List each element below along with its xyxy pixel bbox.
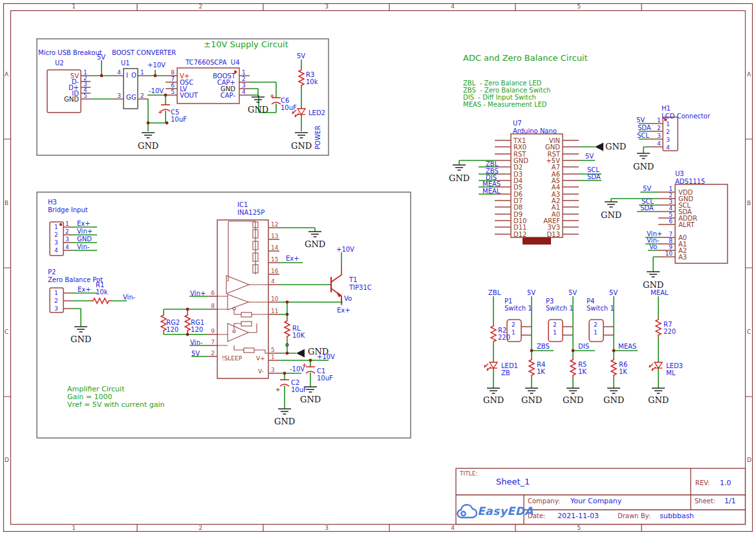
p4-in-2[interactable]: 2 <box>594 322 598 328</box>
rg1-val[interactable]: 120 <box>191 326 203 333</box>
c1-ref[interactable]: C1 <box>317 367 325 375</box>
t1-net-exp[interactable]: Ex+ <box>337 307 351 314</box>
gnd-supply-main[interactable]: GND <box>138 141 158 151</box>
h3-num-3[interactable]: 3 <box>65 236 69 243</box>
h3-label[interactable]: Bridge Input <box>48 206 88 213</box>
ic1-p10v[interactable]: +10V <box>317 353 335 360</box>
net-vo[interactable]: Vo <box>344 295 352 302</box>
net-meas-mid[interactable]: MEAS <box>618 343 636 350</box>
ic1-num-7[interactable]: 7 <box>211 339 215 345</box>
t1-val[interactable]: TIP31C <box>349 284 372 291</box>
u2-num-5[interactable]: 5 <box>83 93 87 99</box>
u7-net-5v[interactable]: 5V <box>585 153 594 160</box>
u7-pin-d5[interactable]: D5 <box>513 184 523 191</box>
r6-val[interactable]: 1K <box>619 368 627 375</box>
p2-net-exp[interactable]: Ex+ <box>78 286 91 293</box>
u1-num-3[interactable]: 3 <box>117 93 121 99</box>
h1-net-sda[interactable]: SDA <box>638 124 651 131</box>
rl-ref[interactable]: RL <box>292 325 301 332</box>
u1-pin-g2[interactable]: G <box>131 94 136 101</box>
gnd-flag-u7-label[interactable]: GND <box>605 142 626 151</box>
u3-val[interactable]: ADS1115 <box>675 178 705 185</box>
date-value[interactable]: 2021-11-03 <box>557 512 599 520</box>
h3-in-3[interactable]: 3 <box>54 239 58 246</box>
u3-pin-alrt[interactable]: ALRT <box>678 221 695 228</box>
h3-ref[interactable]: H3 <box>48 199 57 206</box>
led3-ref[interactable]: LED3 <box>666 362 683 369</box>
h1-ref[interactable]: H1 <box>662 105 671 112</box>
ic1-vm[interactable]: V- <box>258 368 264 375</box>
h3-net-vinm[interactable]: Vin- <box>77 243 89 250</box>
ground-symbols[interactable] <box>74 97 665 414</box>
sheet-value[interactable]: 1/1 <box>724 497 736 505</box>
u7-pin-a7[interactable]: A7 <box>552 164 560 171</box>
c5-val[interactable]: 10uF <box>171 116 187 123</box>
u3-ref[interactable]: U3 <box>675 170 684 177</box>
p1-val[interactable]: Switch 1 <box>504 305 532 312</box>
r1-val[interactable]: 10k <box>96 289 108 296</box>
c2-val[interactable]: 10uF <box>291 386 307 393</box>
u4-num-6[interactable]: 6 <box>171 82 175 89</box>
legend-meas[interactable]: MEAS - Measurement LED <box>463 101 547 108</box>
sw1-5v[interactable]: 5V <box>527 289 535 296</box>
h1-label[interactable]: LCD Connector <box>662 113 710 120</box>
u7-ref[interactable]: U7 <box>513 120 522 127</box>
ic1-num-2[interactable]: 2 <box>211 350 215 356</box>
u4-num-5[interactable]: 5 <box>171 89 175 95</box>
r3-val[interactable]: 10k <box>306 78 318 85</box>
gnd-sw5[interactable]: GND <box>648 395 669 405</box>
c5-plus[interactable]: + <box>158 109 163 115</box>
h3-in-2[interactable]: 2 <box>54 232 58 238</box>
h3-num-2[interactable]: 2 <box>65 228 69 235</box>
power-label[interactable]: POWER <box>314 126 321 149</box>
led3-val[interactable]: ML <box>666 369 675 377</box>
p2-label[interactable]: Zero Balance Pot <box>48 276 103 283</box>
sw3-5v[interactable]: 5V <box>609 289 618 296</box>
u7-net-sda[interactable]: SDA <box>587 173 601 180</box>
u7-net-meas[interactable]: MEAS <box>482 180 501 188</box>
gnd-u4[interactable]: GND <box>248 105 268 115</box>
r6-ref[interactable]: R6 <box>619 361 627 368</box>
led2-ref[interactable]: LED2 <box>308 109 325 116</box>
gnd-u3-a3[interactable]: GND <box>643 280 664 290</box>
gnd-sw4[interactable]: GND <box>603 395 624 405</box>
u1-num-1[interactable]: 1 <box>140 69 144 76</box>
gnd-h1[interactable]: GND <box>633 162 654 171</box>
ic1-num-14[interactable]: 14 <box>271 245 278 251</box>
net-zbs-mid[interactable]: ZBS <box>537 343 550 350</box>
h1-num-2[interactable]: 2 <box>657 125 661 131</box>
rg2-ref[interactable]: RG2 <box>166 319 180 326</box>
ic1-val[interactable]: INA125P <box>237 209 265 216</box>
h3-net-vinp[interactable]: Vin+ <box>77 228 92 235</box>
ic1-num-6[interactable]: 6 <box>211 290 215 296</box>
drawn-by-value[interactable]: subbbash <box>660 512 694 520</box>
company-value[interactable]: Your Company <box>570 497 621 505</box>
u3-num-9[interactable]: 9 <box>669 244 673 250</box>
sheet-title[interactable]: Sheet_1 <box>496 477 530 486</box>
ic1-m10v[interactable]: -10V <box>290 366 305 373</box>
h3-net-exp[interactable]: Ex+ <box>77 220 91 227</box>
gnd-r3[interactable]: GND <box>291 141 312 151</box>
u1-num-2[interactable]: 2 <box>140 93 144 99</box>
u4-num-4[interactable]: 4 <box>242 89 246 95</box>
u1-pin-o[interactable]: O <box>131 72 136 79</box>
supply-title[interactable]: ±10V Supply Circuit <box>204 39 288 49</box>
u3-num-6[interactable]: 6 <box>669 218 673 224</box>
r4-ref[interactable]: R4 <box>537 361 545 368</box>
u1-ref[interactable]: U1 <box>121 60 130 67</box>
h1-in-3[interactable]: 3 <box>666 136 670 143</box>
adc-title[interactable]: ADC and Zero Balance Circuit <box>463 53 588 63</box>
rg1-ref[interactable]: RG1 <box>191 319 204 326</box>
legend-dis[interactable]: DIS - Diff Input Switch <box>463 94 536 101</box>
u3-net-5v[interactable]: 5V <box>643 185 651 192</box>
u3-num-1[interactable]: 1 <box>669 186 673 192</box>
p1-ref[interactable]: P1 <box>504 298 512 305</box>
h1-net-scl[interactable]: SCL <box>637 132 649 139</box>
h1-num-4[interactable]: 4 <box>657 140 661 147</box>
c6-plus[interactable]: + <box>270 93 275 99</box>
u3-num-4[interactable]: 4 <box>669 205 673 212</box>
ic1-num-12[interactable]: 12 <box>271 221 278 228</box>
flag-m10v[interactable]: -10V <box>149 87 164 94</box>
p2-net-vinm[interactable]: Vin- <box>123 294 135 301</box>
ic1-num-16[interactable]: 16 <box>271 268 278 274</box>
